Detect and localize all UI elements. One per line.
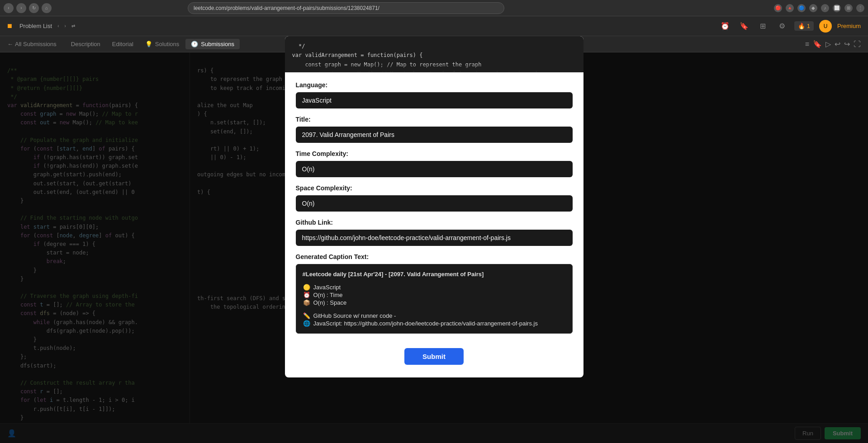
github-link-input[interactable] — [296, 230, 573, 246]
nav-chevron-1: ‹ — [57, 24, 59, 28]
submissions-icon: 🕐 — [191, 41, 198, 47]
alarm-icon[interactable]: ⏰ — [718, 19, 732, 33]
tab-description-label: Description — [71, 41, 100, 47]
language-field: Language: — [296, 81, 573, 108]
modal-body: Language: Title: Time Complexity: Space … — [285, 72, 583, 377]
modal-submit-button[interactable]: Submit — [404, 348, 464, 365]
caption-emoji-time: ⏰ — [303, 292, 311, 298]
caption-label: Generated Caption Text: — [296, 253, 573, 260]
language-label: Language: — [296, 81, 573, 89]
caption-line-space: 📦 O(n) : Space — [303, 299, 566, 306]
run-icon[interactable]: ▷ — [825, 40, 831, 48]
tab-description[interactable]: Description — [66, 39, 106, 49]
extension-icon-6[interactable]: ⬜ — [833, 4, 841, 12]
github-link-label: Github Link: — [296, 219, 573, 226]
extension-icon-4[interactable]: ◆ — [809, 4, 817, 12]
title-field: Title: — [296, 116, 573, 143]
bookmark-sub-icon[interactable]: 🔖 — [813, 40, 822, 48]
bookmark-icon[interactable]: 🔖 — [737, 19, 751, 33]
redo-icon[interactable]: ↪ — [844, 40, 850, 48]
extension-icon-2[interactable]: 🔺 — [786, 4, 794, 12]
lc-logo: ■ — [7, 21, 12, 31]
browser-bar: ‹ › ↻ ⌂ leetcode.com/problems/valid-arra… — [0, 0, 868, 16]
caption-github-url-text: JavaScript: https://github.com/john-doe/… — [313, 320, 538, 327]
reload-button[interactable]: ↻ — [29, 3, 39, 13]
modal-overlay: */ var validArrangement = function(pairs… — [0, 52, 868, 443]
tab-editorial[interactable]: Editorial — [107, 39, 139, 49]
user-avatar[interactable]: U — [819, 20, 832, 33]
caption-spacer-2 — [303, 307, 566, 311]
back-to-submissions[interactable]: ← All Submissions — [7, 41, 57, 47]
extension-icon-5[interactable]: ♪ — [821, 4, 829, 12]
time-complexity-input[interactable] — [296, 161, 573, 177]
language-input[interactable] — [296, 92, 573, 108]
space-complexity-input[interactable] — [296, 195, 573, 212]
caption-line-1: #Leetcode daily [21st Apr'24] - [2097. V… — [303, 271, 566, 278]
address-bar: leetcode.com/problems/valid-arrangement-… — [188, 2, 504, 14]
undo-icon[interactable]: ↩ — [835, 40, 840, 48]
grid-icon[interactable]: ⊞ — [756, 19, 770, 33]
title-input[interactable] — [296, 127, 573, 143]
solutions-icon: 💡 — [145, 41, 152, 47]
caption-emoji-space: 📦 — [303, 299, 311, 306]
back-label: All Submissions — [15, 41, 57, 47]
modal-code-preview: */ var validArrangement = function(pairs… — [285, 36, 583, 72]
caption-emoji-globe: 🌐 — [303, 320, 311, 327]
caption-js-text: JavaScript — [313, 284, 341, 291]
caption-field: Generated Caption Text: #Leetcode daily … — [296, 253, 573, 334]
problem-list-label: Problem List — [19, 23, 52, 29]
lc-nav: ■ Problem List ‹ › ⇄ ⏰ 🔖 ⊞ ⚙ 🔥 1 U Premi… — [0, 16, 868, 36]
premium-link[interactable]: Premium — [837, 23, 861, 29]
sub-nav-tabs: Description Editorial 💡 Solutions 🕐 Subm… — [66, 39, 240, 49]
caption-line-time: ⏰ O(n) : Time — [303, 292, 566, 298]
caption-spacer-1 — [303, 278, 566, 283]
tab-submissions-label: Submissions — [201, 41, 234, 47]
caption-space-text: O(n) : Space — [313, 299, 347, 306]
streak-badge: 🔥 1 — [794, 21, 814, 31]
extension-icon-7[interactable]: ⊞ — [844, 4, 853, 12]
list-icon[interactable]: ≡ — [805, 40, 809, 48]
time-complexity-label: Time Complexity: — [296, 150, 573, 157]
home-button[interactable]: ⌂ — [42, 3, 52, 13]
time-complexity-field: Time Complexity: — [296, 150, 573, 177]
tab-submissions[interactable]: 🕐 Submissions — [185, 39, 240, 49]
github-link-field: Github Link: — [296, 219, 573, 246]
browser-icons: 🔴 🔺 🔵 ◆ ♪ ⬜ ⊞ ⋮ — [774, 4, 864, 12]
forward-button[interactable]: › — [16, 3, 26, 13]
caption-emoji-js: 🟡 — [303, 284, 311, 291]
caption-emoji-pencil: ✏️ — [303, 312, 311, 319]
extension-icon-3[interactable]: 🔵 — [797, 4, 806, 12]
more-options-icon[interactable]: ⋮ — [856, 4, 864, 12]
caption-line-github-url: 🌐 JavaScript: https://github.com/john-do… — [303, 320, 566, 327]
streak-count: 1 — [807, 23, 810, 29]
caption-line-github-label: ✏️ GitHub Source w/ runner code - — [303, 312, 566, 319]
tab-solutions-label: Solutions — [155, 41, 179, 47]
caption-line-1-text: #Leetcode daily [21st Apr'24] - [2097. V… — [303, 271, 484, 278]
modal-dialog: */ var validArrangement = function(pairs… — [285, 36, 583, 377]
back-arrow-icon: ← — [7, 41, 13, 47]
modal-submit-row: Submit — [296, 341, 573, 368]
caption-line-js: 🟡 JavaScript — [303, 284, 566, 291]
url-text: leetcode.com/problems/valid-arrangement-… — [194, 5, 379, 11]
caption-github-label-text: GitHub Source w/ runner code - — [313, 312, 396, 319]
back-button[interactable]: ‹ — [4, 3, 14, 13]
caption-textarea-container: #Leetcode daily [21st Apr'24] - [2097. V… — [296, 264, 573, 334]
tab-editorial-label: Editorial — [112, 41, 133, 47]
nav-shuffle: ⇄ — [71, 24, 75, 28]
tab-solutions[interactable]: 💡 Solutions — [140, 39, 185, 49]
space-complexity-field: Space Complexity: — [296, 184, 573, 212]
expand-icon[interactable]: ⛶ — [854, 40, 861, 48]
settings-icon[interactable]: ⚙ — [775, 19, 789, 33]
problem-list-link[interactable]: Problem List — [19, 23, 52, 29]
extension-icon-1[interactable]: 🔴 — [774, 4, 782, 12]
main-layout: /** * @param {number[][]} pairs * @retur… — [0, 52, 868, 443]
sub-nav-right: ≡ 🔖 ▷ ↩ ↪ ⛶ — [805, 40, 861, 48]
space-complexity-label: Space Complexity: — [296, 184, 573, 192]
nav-chevron-2: › — [64, 24, 66, 28]
title-label: Title: — [296, 116, 573, 123]
caption-time-text: O(n) : Time — [313, 292, 343, 298]
